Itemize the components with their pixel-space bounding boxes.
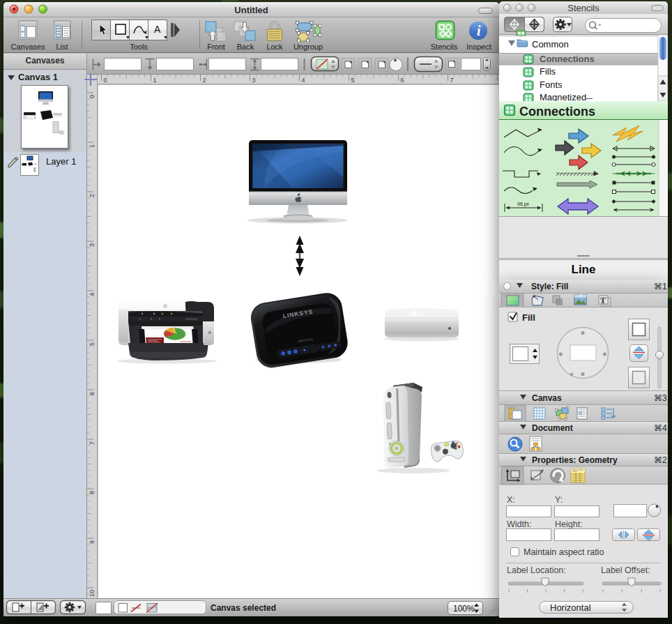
svg-text:Document: Document <box>532 423 573 433</box>
svg-text:A: A <box>154 24 161 35</box>
svg-text:Properties: Geometry: Properties: Geometry <box>532 455 618 465</box>
svg-text:T: T <box>600 296 606 305</box>
svg-text:0: 0 <box>89 95 96 98</box>
svg-text:Common: Common <box>532 39 569 50</box>
svg-text:Fill: Fill <box>522 312 535 323</box>
svg-text:6: 6 <box>89 392 96 395</box>
svg-text:Style: Fill: Style: Fill <box>531 282 568 291</box>
svg-text:⌘3: ⌘3 <box>654 393 667 403</box>
svg-text:X:: X: <box>507 495 515 505</box>
svg-text:3: 3 <box>252 77 256 84</box>
svg-text:4: 4 <box>302 77 305 84</box>
svg-text:Canvas selected: Canvas selected <box>211 603 276 613</box>
svg-text:9: 9 <box>89 540 96 544</box>
svg-text:Magnetized: Magnetized <box>540 92 586 102</box>
svg-text:2: 2 <box>89 194 96 197</box>
svg-text:6: 6 <box>401 77 404 84</box>
svg-text:5: 5 <box>351 77 355 84</box>
svg-text:Fills: Fills <box>540 66 556 77</box>
svg-text:96 px: 96 px <box>517 201 530 207</box>
svg-text:Fonts: Fonts <box>540 79 563 90</box>
svg-text:2: 2 <box>203 77 206 84</box>
svg-text:Label Location:: Label Location: <box>507 565 566 575</box>
svg-text:Canvas: Canvas <box>532 393 562 403</box>
svg-text:i: i <box>477 23 481 38</box>
svg-text:0: 0 <box>104 77 107 84</box>
svg-text:Connections: Connections <box>519 105 595 119</box>
svg-text:4: 4 <box>89 293 96 296</box>
svg-text:10: 10 <box>89 590 96 597</box>
svg-text:7: 7 <box>450 77 454 84</box>
svg-text:8: 8 <box>89 491 96 494</box>
svg-text:100%: 100% <box>453 604 475 614</box>
svg-text:⌘1: ⌘1 <box>654 282 667 291</box>
svg-text:Label Offset:: Label Offset: <box>601 565 650 575</box>
svg-text:Line: Line <box>572 263 596 276</box>
svg-text:7: 7 <box>89 441 96 445</box>
svg-text:1: 1 <box>89 144 96 148</box>
svg-text:Y:: Y: <box>555 495 563 505</box>
svg-text:tv: tv <box>418 310 424 318</box>
svg-text:1: 1 <box>153 77 157 84</box>
svg-text:Width:: Width: <box>507 519 531 529</box>
svg-text:3: 3 <box>89 243 96 247</box>
svg-text:Horizontal: Horizontal <box>550 602 591 613</box>
svg-text:⌘4: ⌘4 <box>654 423 667 433</box>
svg-text:Stencils: Stencils <box>567 3 600 13</box>
svg-text:Height:: Height: <box>555 519 583 529</box>
svg-text:Connections: Connections <box>540 54 595 64</box>
svg-text:Maintain aspect ratio: Maintain aspect ratio <box>524 547 604 557</box>
svg-text:⌘2: ⌘2 <box>654 455 667 465</box>
svg-text:5: 5 <box>89 342 96 346</box>
